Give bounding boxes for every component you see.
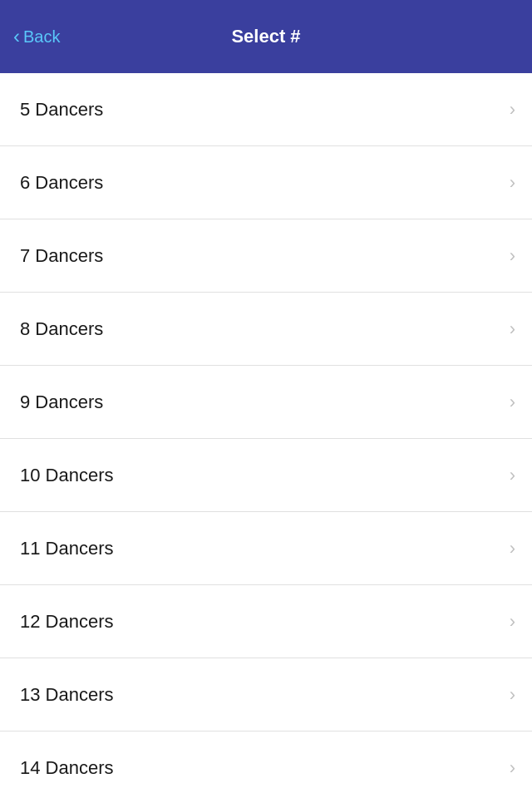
list-item-label: 13 Dancers xyxy=(20,684,114,706)
list-item-label: 5 Dancers xyxy=(20,99,103,121)
list-item[interactable]: 11 Dancers › xyxy=(0,512,532,585)
list-item-label: 7 Dancers xyxy=(20,245,103,267)
page-title: Select # xyxy=(231,26,300,47)
chevron-right-icon: › xyxy=(510,320,515,338)
navigation-bar: ‹ Back Select # xyxy=(0,0,532,73)
list-item-label: 12 Dancers xyxy=(20,611,114,633)
list-item[interactable]: 9 Dancers › xyxy=(0,366,532,439)
list-item-label: 8 Dancers xyxy=(20,318,103,340)
list-item[interactable]: 12 Dancers › xyxy=(0,585,532,658)
list-item-label: 10 Dancers xyxy=(20,465,114,486)
list-item-label: 9 Dancers xyxy=(20,392,103,413)
chevron-right-icon: › xyxy=(510,539,515,558)
chevron-right-icon: › xyxy=(510,393,515,411)
list-item[interactable]: 10 Dancers › xyxy=(0,439,532,512)
list-item-label: 11 Dancers xyxy=(20,538,114,559)
chevron-right-icon: › xyxy=(510,466,515,485)
list-item[interactable]: 13 Dancers › xyxy=(0,658,532,732)
list-item[interactable]: 5 Dancers › xyxy=(0,73,532,146)
chevron-right-icon: › xyxy=(510,613,515,631)
list-item-label: 14 Dancers xyxy=(20,757,114,779)
dancers-list: 5 Dancers › 6 Dancers › 7 Dancers › 8 Da… xyxy=(0,73,532,798)
back-chevron-icon: ‹ xyxy=(13,25,20,48)
chevron-right-icon: › xyxy=(510,247,515,265)
chevron-right-icon: › xyxy=(510,759,515,777)
chevron-right-icon: › xyxy=(510,686,515,704)
list-item-label: 6 Dancers xyxy=(20,172,103,194)
chevron-right-icon: › xyxy=(510,174,515,192)
list-item[interactable]: 14 Dancers › xyxy=(0,732,532,798)
list-item[interactable]: 8 Dancers › xyxy=(0,293,532,366)
chevron-right-icon: › xyxy=(510,101,515,119)
back-button[interactable]: ‹ Back xyxy=(13,25,60,48)
back-label: Back xyxy=(23,27,60,47)
list-item[interactable]: 7 Dancers › xyxy=(0,219,532,293)
list-item[interactable]: 6 Dancers › xyxy=(0,146,532,219)
